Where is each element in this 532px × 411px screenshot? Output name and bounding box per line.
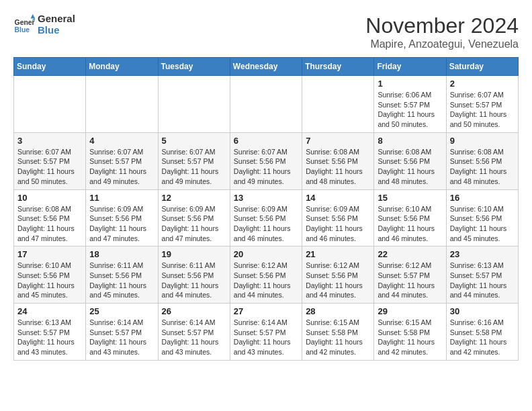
logo-icon: General Blue (13, 14, 35, 36)
calendar-cell: 28Sunrise: 6:15 AM Sunset: 5:58 PM Dayli… (302, 304, 374, 361)
svg-marker-2 (31, 14, 35, 18)
day-number: 4 (89, 136, 154, 146)
logo-text-blue: Blue (38, 25, 75, 36)
weekday-header: Friday (374, 58, 446, 76)
calendar-cell: 6Sunrise: 6:07 AM Sunset: 5:56 PM Daylig… (230, 132, 302, 189)
day-info: Sunrise: 6:10 AM Sunset: 5:56 PM Dayligh… (450, 204, 515, 244)
day-number: 24 (17, 306, 82, 316)
calendar-cell (14, 76, 86, 133)
day-info: Sunrise: 6:07 AM Sunset: 5:57 PM Dayligh… (89, 147, 154, 187)
calendar-cell: 23Sunrise: 6:13 AM Sunset: 5:57 PM Dayli… (446, 246, 518, 304)
calendar-cell: 16Sunrise: 6:10 AM Sunset: 5:56 PM Dayli… (446, 189, 518, 246)
calendar-body: 1Sunrise: 6:06 AM Sunset: 5:57 PM Daylig… (14, 76, 519, 361)
calendar-cell (230, 76, 302, 133)
day-number: 19 (162, 249, 226, 259)
day-info: Sunrise: 6:07 AM Sunset: 5:57 PM Dayligh… (162, 147, 226, 187)
day-number: 29 (378, 306, 442, 316)
day-info: Sunrise: 6:13 AM Sunset: 5:57 PM Dayligh… (450, 261, 515, 300)
calendar-cell: 1Sunrise: 6:06 AM Sunset: 5:57 PM Daylig… (374, 76, 446, 133)
day-number: 1 (378, 79, 442, 89)
calendar-week-row: 24Sunrise: 6:13 AM Sunset: 5:57 PM Dayli… (14, 304, 519, 361)
day-info: Sunrise: 6:08 AM Sunset: 5:56 PM Dayligh… (378, 147, 442, 187)
calendar-cell: 12Sunrise: 6:09 AM Sunset: 5:56 PM Dayli… (158, 189, 230, 246)
day-number: 23 (450, 249, 515, 259)
calendar-cell: 20Sunrise: 6:12 AM Sunset: 5:56 PM Dayli… (230, 246, 302, 304)
calendar-cell: 18Sunrise: 6:11 AM Sunset: 5:56 PM Dayli… (86, 246, 158, 304)
day-info: Sunrise: 6:07 AM Sunset: 5:57 PM Dayligh… (450, 90, 515, 130)
svg-text:Blue: Blue (15, 26, 30, 34)
calendar-cell: 11Sunrise: 6:09 AM Sunset: 5:56 PM Dayli… (86, 189, 158, 246)
day-info: Sunrise: 6:14 AM Sunset: 5:57 PM Dayligh… (162, 318, 226, 357)
day-number: 5 (162, 136, 226, 146)
calendar-cell: 2Sunrise: 6:07 AM Sunset: 5:57 PM Daylig… (446, 76, 518, 133)
weekday-header: Wednesday (230, 58, 302, 76)
day-info: Sunrise: 6:14 AM Sunset: 5:57 PM Dayligh… (89, 318, 154, 357)
calendar-cell (158, 76, 230, 133)
calendar-cell (86, 76, 158, 133)
day-number: 27 (234, 306, 298, 316)
calendar-cell: 3Sunrise: 6:07 AM Sunset: 5:57 PM Daylig… (14, 132, 86, 189)
calendar-cell: 7Sunrise: 6:08 AM Sunset: 5:56 PM Daylig… (302, 132, 374, 189)
calendar-cell: 25Sunrise: 6:14 AM Sunset: 5:57 PM Dayli… (86, 304, 158, 361)
day-number: 26 (162, 306, 226, 316)
day-info: Sunrise: 6:15 AM Sunset: 5:58 PM Dayligh… (378, 318, 442, 357)
calendar-cell (302, 76, 374, 133)
day-number: 15 (378, 193, 442, 203)
calendar-cell: 24Sunrise: 6:13 AM Sunset: 5:57 PM Dayli… (14, 304, 86, 361)
day-info: Sunrise: 6:09 AM Sunset: 5:56 PM Dayligh… (162, 204, 226, 244)
day-number: 10 (17, 193, 82, 203)
calendar-week-row: 10Sunrise: 6:08 AM Sunset: 5:56 PM Dayli… (14, 189, 519, 246)
day-number: 30 (450, 306, 515, 316)
day-info: Sunrise: 6:09 AM Sunset: 5:56 PM Dayligh… (306, 204, 370, 244)
calendar-cell: 13Sunrise: 6:09 AM Sunset: 5:56 PM Dayli… (230, 189, 302, 246)
weekday-header: Sunday (14, 58, 86, 76)
calendar-cell: 14Sunrise: 6:09 AM Sunset: 5:56 PM Dayli… (302, 189, 374, 246)
day-number: 18 (89, 249, 154, 259)
svg-text:General: General (15, 19, 35, 26)
month-title: November 2024 (365, 13, 519, 38)
calendar-cell: 27Sunrise: 6:14 AM Sunset: 5:57 PM Dayli… (230, 304, 302, 361)
calendar-cell: 29Sunrise: 6:15 AM Sunset: 5:58 PM Dayli… (374, 304, 446, 361)
title-section: November 2024 Mapire, Anzoategui, Venezu… (365, 13, 519, 50)
calendar-cell: 5Sunrise: 6:07 AM Sunset: 5:57 PM Daylig… (158, 132, 230, 189)
day-info: Sunrise: 6:07 AM Sunset: 5:57 PM Dayligh… (17, 147, 82, 187)
calendar-cell: 19Sunrise: 6:11 AM Sunset: 5:56 PM Dayli… (158, 246, 230, 304)
day-info: Sunrise: 6:08 AM Sunset: 5:56 PM Dayligh… (17, 204, 82, 244)
day-info: Sunrise: 6:08 AM Sunset: 5:56 PM Dayligh… (450, 147, 515, 187)
day-number: 25 (89, 306, 154, 316)
day-info: Sunrise: 6:12 AM Sunset: 5:56 PM Dayligh… (234, 261, 298, 300)
calendar-cell: 15Sunrise: 6:10 AM Sunset: 5:56 PM Dayli… (374, 189, 446, 246)
day-number: 2 (450, 79, 515, 89)
day-number: 9 (450, 136, 515, 146)
day-number: 11 (89, 193, 154, 203)
calendar-week-row: 1Sunrise: 6:06 AM Sunset: 5:57 PM Daylig… (14, 76, 519, 133)
calendar-week-row: 17Sunrise: 6:10 AM Sunset: 5:56 PM Dayli… (14, 246, 519, 304)
day-info: Sunrise: 6:11 AM Sunset: 5:56 PM Dayligh… (162, 261, 226, 300)
calendar-table: SundayMondayTuesdayWednesdayThursdayFrid… (13, 57, 519, 361)
day-info: Sunrise: 6:06 AM Sunset: 5:57 PM Dayligh… (378, 90, 442, 130)
day-info: Sunrise: 6:14 AM Sunset: 5:57 PM Dayligh… (234, 318, 298, 357)
day-info: Sunrise: 6:12 AM Sunset: 5:56 PM Dayligh… (306, 261, 370, 300)
weekday-header: Tuesday (158, 58, 230, 76)
page-header: General Blue General Blue November 2024 … (13, 13, 519, 50)
day-info: Sunrise: 6:13 AM Sunset: 5:57 PM Dayligh… (17, 318, 82, 357)
day-info: Sunrise: 6:09 AM Sunset: 5:56 PM Dayligh… (234, 204, 298, 244)
day-number: 28 (306, 306, 370, 316)
calendar-cell: 21Sunrise: 6:12 AM Sunset: 5:56 PM Dayli… (302, 246, 374, 304)
day-number: 20 (234, 249, 298, 259)
day-number: 17 (17, 249, 82, 259)
day-info: Sunrise: 6:08 AM Sunset: 5:56 PM Dayligh… (306, 147, 370, 187)
calendar-header-row: SundayMondayTuesdayWednesdayThursdayFrid… (14, 58, 519, 76)
logo-text-general: General (38, 13, 75, 25)
calendar-cell: 8Sunrise: 6:08 AM Sunset: 5:56 PM Daylig… (374, 132, 446, 189)
day-number: 7 (306, 136, 370, 146)
day-number: 21 (306, 249, 370, 259)
calendar-cell: 22Sunrise: 6:12 AM Sunset: 5:57 PM Dayli… (374, 246, 446, 304)
calendar-week-row: 3Sunrise: 6:07 AM Sunset: 5:57 PM Daylig… (14, 132, 519, 189)
day-info: Sunrise: 6:07 AM Sunset: 5:56 PM Dayligh… (234, 147, 298, 187)
day-info: Sunrise: 6:16 AM Sunset: 5:58 PM Dayligh… (450, 318, 515, 357)
day-info: Sunrise: 6:09 AM Sunset: 5:56 PM Dayligh… (89, 204, 154, 244)
day-number: 3 (17, 136, 82, 146)
day-number: 8 (378, 136, 442, 146)
weekday-header: Thursday (302, 58, 374, 76)
